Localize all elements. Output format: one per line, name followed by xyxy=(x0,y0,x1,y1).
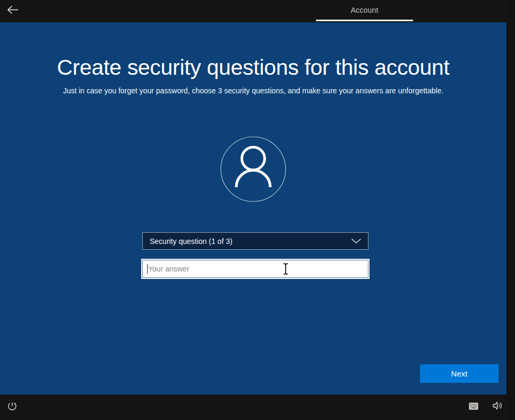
tab-account-label: Account xyxy=(351,6,379,14)
back-button[interactable] xyxy=(5,4,20,17)
ease-of-access-button[interactable] xyxy=(7,401,18,412)
keyboard-icon xyxy=(469,402,478,412)
main-panel: Create security questions for this accou… xyxy=(0,22,507,395)
bottom-bar xyxy=(0,395,515,420)
user-avatar-icon xyxy=(220,136,286,202)
answer-field-frame xyxy=(141,259,370,279)
page-subtitle: Just in case you forget your password, c… xyxy=(0,86,507,95)
answer-input[interactable] xyxy=(143,260,368,277)
volume-button[interactable] xyxy=(492,401,503,411)
ease-of-access-icon xyxy=(7,401,18,413)
speaker-icon xyxy=(492,401,503,412)
tab-account[interactable]: Account xyxy=(316,0,413,20)
security-question-dropdown[interactable]: Security question (1 of 3) xyxy=(142,232,368,250)
security-question-dropdown-value: Security question (1 of 3) xyxy=(143,237,351,246)
next-button[interactable]: Next xyxy=(420,364,499,383)
arrow-left-icon xyxy=(6,5,19,16)
keyboard-button[interactable] xyxy=(469,403,478,410)
chevron-down-icon xyxy=(351,238,368,244)
page-title: Create security questions for this accou… xyxy=(0,55,507,80)
top-bar: Account xyxy=(0,0,507,22)
letterbox-strip xyxy=(507,0,515,420)
text-caret xyxy=(147,264,148,274)
next-button-label: Next xyxy=(451,369,468,378)
active-tab-underline xyxy=(316,20,413,21)
oobe-screen: Account Create security questions for th… xyxy=(0,0,515,420)
